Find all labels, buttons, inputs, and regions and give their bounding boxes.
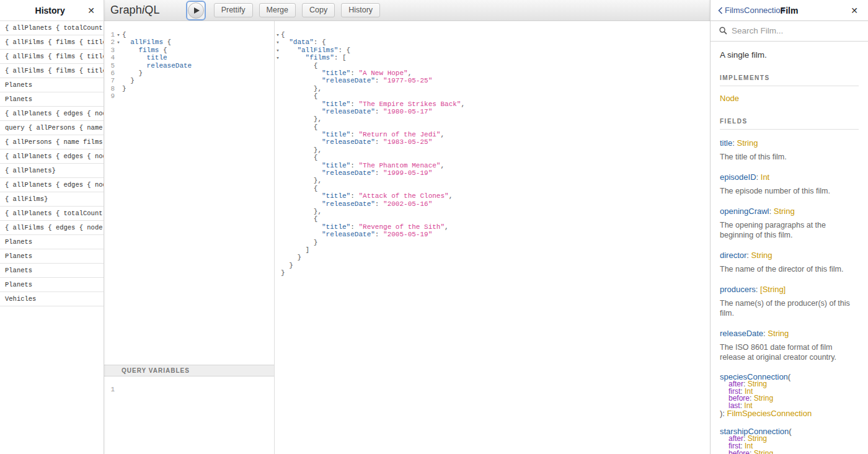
code-token: , (408, 69, 412, 77)
code-token (281, 246, 306, 254)
code-token (281, 77, 322, 84)
fold-gutter (275, 177, 281, 185)
punctuation: ( (789, 427, 791, 436)
line-number: 6 (104, 69, 115, 77)
doc-explorer-panel: Film FilmsConnection ✕ A single film. IM… (710, 0, 868, 454)
doc-search-input[interactable] (732, 26, 859, 35)
history-item[interactable]: { allPlanets { edges { node … (0, 178, 104, 192)
history-item[interactable]: Planets (0, 264, 104, 278)
field-link[interactable]: openingCrawl (720, 207, 769, 216)
history-item[interactable]: Planets (0, 92, 104, 107)
code-line: "releaseDate": "2005-05-19" (275, 231, 710, 238)
execute-button-circle[interactable] (188, 2, 204, 19)
history-item[interactable]: query { allPersons { name fi… (0, 121, 104, 135)
code-token: : { (338, 47, 350, 54)
fold-arrow-icon[interactable]: ▾ (275, 55, 281, 62)
fold-arrow-icon[interactable]: ▾ (115, 39, 122, 47)
field-signature: director: String (720, 251, 859, 260)
type-link[interactable]: Node (720, 94, 739, 103)
type-link[interactable]: String (768, 329, 789, 338)
code-token (122, 54, 147, 61)
code-token: ] (306, 246, 310, 254)
field-link[interactable]: title (720, 138, 732, 148)
doc-back-link[interactable]: FilmsConnection (718, 6, 785, 15)
toolbar-button-history[interactable]: History (341, 3, 380, 17)
history-item[interactable]: Planets (0, 278, 104, 292)
code-token (281, 47, 297, 54)
field-link[interactable]: episodeID (720, 172, 756, 182)
toolbar-button-merge[interactable]: Merge (259, 3, 296, 17)
doc-implement-item: Node (720, 94, 859, 103)
code-line: 1▾{ (104, 31, 274, 38)
type-link[interactable]: Int (761, 172, 769, 182)
code-token (281, 138, 322, 146)
code-token: "1983-05-25" (383, 138, 432, 146)
field-link[interactable]: producers (720, 285, 756, 294)
field-link[interactable]: director (720, 251, 746, 260)
history-item[interactable]: { allFilms { edges { node { … (0, 221, 104, 235)
code-token: : (350, 162, 358, 169)
line-number: 3 (104, 47, 115, 54)
history-item[interactable]: Vehicles (0, 292, 104, 306)
code-token (281, 54, 306, 61)
history-item[interactable]: Planets (0, 235, 104, 249)
code-token: "The Phantom Menace" (358, 162, 440, 169)
history-item[interactable]: { allPlanets { edges { node … (0, 107, 104, 121)
query-variables-title[interactable]: QUERY VARIABLES (104, 365, 274, 376)
type-link[interactable]: String (754, 449, 773, 454)
toolbar-button-prettify[interactable]: Prettify (214, 3, 253, 17)
code-token (281, 69, 322, 77)
variables-editor[interactable]: 1 (104, 376, 274, 454)
doc-header: Film FilmsConnection ✕ (711, 0, 868, 21)
code-token (281, 131, 322, 138)
history-item[interactable]: { allPlanets { totalCount }} (0, 21, 104, 35)
field-link[interactable]: releaseDate (720, 329, 763, 338)
type-link[interactable]: String (751, 251, 773, 260)
history-item[interactable]: Planets (0, 249, 104, 264)
code-line: { (275, 92, 710, 100)
code-line: }, (275, 177, 710, 184)
code-token: , (461, 100, 465, 108)
history-item[interactable]: { allFilms} (0, 192, 104, 207)
history-close-icon[interactable]: ✕ (85, 4, 97, 17)
history-item[interactable]: { allFilms { films { title }… (0, 64, 104, 78)
code-line: }, (275, 115, 710, 123)
play-icon (194, 7, 200, 14)
type-link[interactable]: String (754, 394, 773, 403)
punctuation: ( (788, 372, 790, 381)
type-link[interactable]: [String] (760, 285, 786, 294)
toolbar-button-copy[interactable]: Copy (302, 3, 335, 17)
doc-close-icon[interactable]: ✕ (848, 4, 861, 17)
history-item[interactable]: { allFilms { films { title r… (0, 35, 104, 50)
code-token: : (375, 231, 383, 238)
query-editor[interactable]: 1▾{2▾ allFilms {3 films {4 title5 releas… (104, 21, 274, 365)
code-token: "1977-05-25" (383, 77, 432, 84)
code-line: "title": "Revenge of the Sith", (275, 223, 710, 231)
code-token (281, 123, 314, 131)
history-item[interactable]: { allFilms { films { title r… (0, 50, 104, 64)
code-token (281, 162, 322, 169)
code-line: ] (275, 246, 710, 254)
code-token: "data" (289, 38, 314, 46)
execute-button[interactable] (186, 1, 206, 20)
logo-pre: Graph (110, 4, 142, 16)
history-item[interactable]: { allPersons { name films { … (0, 135, 104, 149)
code-line: }, (275, 208, 710, 215)
history-item[interactable]: { allPlanets { totalCount }} (0, 207, 104, 221)
history-item[interactable]: { allPlanets { edges { node … (0, 149, 104, 164)
type-link[interactable]: FilmSpeciesConnection (727, 409, 812, 418)
code-line: 8 } (104, 85, 274, 92)
fold-arrow-icon[interactable]: ▾ (275, 39, 281, 47)
type-link[interactable]: String (774, 207, 795, 216)
history-item[interactable]: Planets (0, 78, 104, 92)
type-link[interactable]: String (737, 138, 758, 148)
code-line: { (275, 215, 710, 223)
code-token (281, 208, 314, 215)
result-pane[interactable]: ▾{▾ "data": {▾ "allFilms": {▾ "films": [… (275, 21, 710, 454)
history-item[interactable]: { allPlanets} (0, 164, 104, 178)
line-number: 1 (104, 386, 115, 393)
fold-gutter (115, 386, 122, 394)
code-token: } (281, 269, 285, 277)
code-token: }, (314, 146, 322, 154)
field-description: The ISO 8601 date format of film release… (720, 342, 859, 362)
